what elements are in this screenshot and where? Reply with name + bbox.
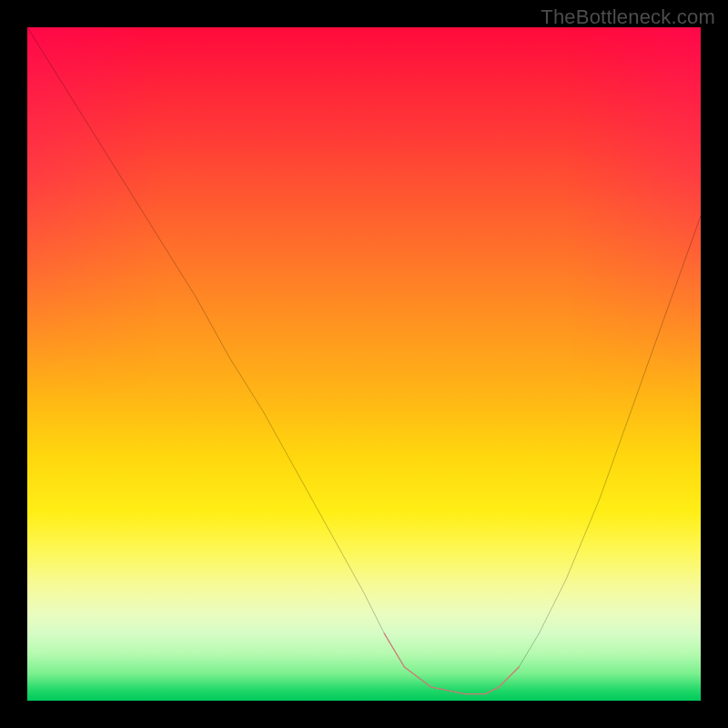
watermark-text: TheBottleneck.com — [541, 5, 715, 29]
plot-area — [27, 27, 701, 701]
chart-stage: TheBottleneck.com — [0, 0, 728, 728]
bottleneck-curve — [27, 27, 701, 694]
flat-bottom-highlight — [384, 633, 519, 694]
curve-layer — [27, 27, 701, 701]
